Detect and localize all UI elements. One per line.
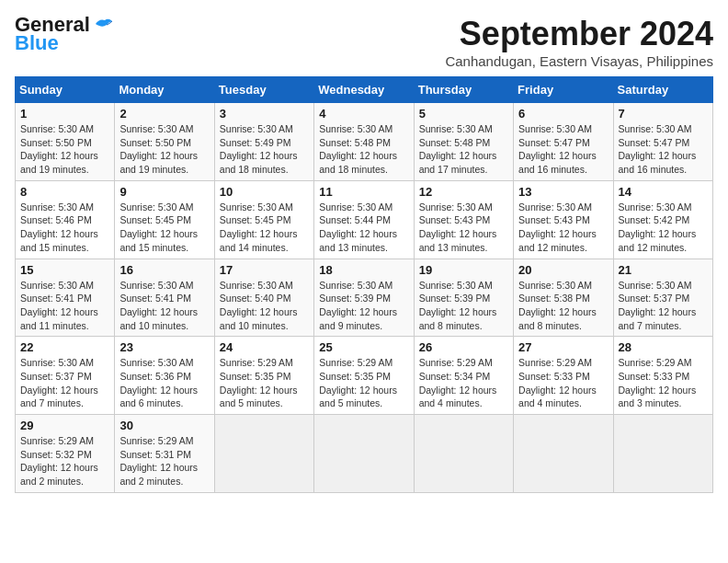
day-info: Sunrise: 5:29 AM Sunset: 5:32 PM Dayligh… (20, 434, 109, 488)
day-info: Sunrise: 5:30 AM Sunset: 5:36 PM Dayligh… (119, 356, 209, 410)
day-info: Sunrise: 5:30 AM Sunset: 5:42 PM Dayligh… (619, 201, 708, 255)
day-info: Sunrise: 5:29 AM Sunset: 5:33 PM Dayligh… (518, 356, 608, 410)
day-number: 21 (619, 263, 708, 277)
day-info: Sunrise: 5:29 AM Sunset: 5:31 PM Dayligh… (119, 434, 209, 488)
weekday-header: Monday (115, 77, 214, 103)
day-info: Sunrise: 5:30 AM Sunset: 5:39 PM Dayligh… (319, 279, 408, 333)
calendar-cell: 2Sunrise: 5:30 AM Sunset: 5:50 PM Daylig… (115, 103, 214, 181)
day-number: 19 (419, 263, 508, 277)
calendar-cell: 3Sunrise: 5:30 AM Sunset: 5:49 PM Daylig… (214, 103, 313, 181)
calendar-cell: 12Sunrise: 5:30 AM Sunset: 5:43 PM Dayli… (414, 180, 513, 259)
day-number: 30 (119, 419, 209, 432)
weekday-header: Thursday (414, 77, 513, 103)
day-info: Sunrise: 5:30 AM Sunset: 5:43 PM Dayligh… (518, 201, 608, 255)
calendar-cell: 14Sunrise: 5:30 AM Sunset: 5:42 PM Dayli… (613, 180, 712, 259)
calendar-week-row: 29Sunrise: 5:29 AM Sunset: 5:32 PM Dayli… (16, 415, 713, 493)
day-info: Sunrise: 5:30 AM Sunset: 5:47 PM Dayligh… (518, 122, 608, 177)
calendar-cell: 21Sunrise: 5:30 AM Sunset: 5:37 PM Dayli… (613, 259, 712, 337)
day-number: 13 (518, 185, 608, 199)
calendar-cell: 15Sunrise: 5:30 AM Sunset: 5:41 PM Dayli… (16, 259, 115, 337)
day-number: 10 (220, 185, 309, 199)
day-number: 24 (220, 340, 309, 354)
calendar-cell: 30Sunrise: 5:29 AM Sunset: 5:31 PM Dayli… (115, 415, 214, 493)
day-info: Sunrise: 5:30 AM Sunset: 5:44 PM Dayligh… (319, 201, 408, 255)
day-number: 23 (119, 340, 209, 354)
day-number: 16 (119, 263, 209, 277)
calendar-week-row: 22Sunrise: 5:30 AM Sunset: 5:37 PM Dayli… (16, 337, 713, 415)
page-subtitle: Canhandugan, Eastern Visayas, Philippine… (445, 53, 713, 69)
calendar-week-row: 1Sunrise: 5:30 AM Sunset: 5:50 PM Daylig… (16, 103, 713, 181)
page-header: General Blue September 2024 Canhandugan,… (15, 15, 713, 69)
calendar-cell: 26Sunrise: 5:29 AM Sunset: 5:34 PM Dayli… (414, 337, 513, 415)
day-number: 27 (518, 340, 608, 354)
calendar-cell: 1Sunrise: 5:30 AM Sunset: 5:50 PM Daylig… (16, 103, 115, 181)
calendar-week-row: 15Sunrise: 5:30 AM Sunset: 5:41 PM Dayli… (16, 259, 713, 337)
title-block: September 2024 Canhandugan, Eastern Visa… (445, 15, 713, 69)
calendar-cell (314, 415, 414, 493)
day-number: 2 (119, 107, 209, 121)
weekday-header: Sunday (16, 77, 115, 103)
day-info: Sunrise: 5:30 AM Sunset: 5:46 PM Dayligh… (20, 201, 109, 255)
calendar-table: SundayMondayTuesdayWednesdayThursdayFrid… (15, 76, 713, 493)
day-info: Sunrise: 5:30 AM Sunset: 5:47 PM Dayligh… (619, 122, 708, 177)
logo-bird-icon (94, 17, 114, 33)
day-number: 1 (20, 107, 109, 121)
calendar-cell (514, 415, 613, 493)
calendar-cell (214, 415, 313, 493)
calendar-cell: 29Sunrise: 5:29 AM Sunset: 5:32 PM Dayli… (16, 415, 115, 493)
calendar-cell: 22Sunrise: 5:30 AM Sunset: 5:37 PM Dayli… (16, 337, 115, 415)
day-number: 5 (419, 107, 508, 121)
calendar-cell: 5Sunrise: 5:30 AM Sunset: 5:48 PM Daylig… (414, 103, 513, 181)
day-info: Sunrise: 5:30 AM Sunset: 5:48 PM Dayligh… (319, 122, 408, 177)
calendar-cell: 24Sunrise: 5:29 AM Sunset: 5:35 PM Dayli… (214, 337, 313, 415)
day-info: Sunrise: 5:29 AM Sunset: 5:35 PM Dayligh… (319, 356, 408, 410)
day-info: Sunrise: 5:30 AM Sunset: 5:48 PM Dayligh… (419, 122, 508, 177)
day-info: Sunrise: 5:30 AM Sunset: 5:45 PM Dayligh… (119, 201, 209, 255)
calendar-cell: 11Sunrise: 5:30 AM Sunset: 5:44 PM Dayli… (314, 180, 414, 259)
calendar-cell: 25Sunrise: 5:29 AM Sunset: 5:35 PM Dayli… (314, 337, 414, 415)
logo-blue-text: Blue (15, 33, 59, 53)
weekday-header-row: SundayMondayTuesdayWednesdayThursdayFrid… (16, 77, 713, 103)
day-info: Sunrise: 5:30 AM Sunset: 5:37 PM Dayligh… (619, 279, 708, 333)
weekday-header: Wednesday (314, 77, 414, 103)
calendar-cell: 4Sunrise: 5:30 AM Sunset: 5:48 PM Daylig… (314, 103, 414, 181)
calendar-cell (414, 415, 513, 493)
calendar-cell: 20Sunrise: 5:30 AM Sunset: 5:38 PM Dayli… (514, 259, 613, 337)
calendar-cell: 9Sunrise: 5:30 AM Sunset: 5:45 PM Daylig… (115, 180, 214, 259)
calendar-cell: 27Sunrise: 5:29 AM Sunset: 5:33 PM Dayli… (514, 337, 613, 415)
weekday-header: Saturday (613, 77, 712, 103)
calendar-cell: 6Sunrise: 5:30 AM Sunset: 5:47 PM Daylig… (514, 103, 613, 181)
day-info: Sunrise: 5:29 AM Sunset: 5:33 PM Dayligh… (619, 356, 708, 410)
day-number: 12 (419, 185, 508, 199)
day-number: 4 (319, 107, 408, 121)
day-info: Sunrise: 5:30 AM Sunset: 5:39 PM Dayligh… (419, 279, 508, 333)
calendar-cell: 28Sunrise: 5:29 AM Sunset: 5:33 PM Dayli… (613, 337, 712, 415)
calendar-week-row: 8Sunrise: 5:30 AM Sunset: 5:46 PM Daylig… (16, 180, 713, 259)
day-number: 26 (419, 340, 508, 354)
calendar-cell: 13Sunrise: 5:30 AM Sunset: 5:43 PM Dayli… (514, 180, 613, 259)
day-info: Sunrise: 5:30 AM Sunset: 5:38 PM Dayligh… (518, 279, 608, 333)
calendar-cell: 19Sunrise: 5:30 AM Sunset: 5:39 PM Dayli… (414, 259, 513, 337)
day-info: Sunrise: 5:30 AM Sunset: 5:50 PM Dayligh… (20, 122, 109, 177)
day-number: 22 (20, 340, 109, 354)
day-number: 17 (220, 263, 309, 277)
day-number: 8 (20, 185, 109, 199)
weekday-header: Friday (514, 77, 613, 103)
day-number: 29 (20, 419, 109, 432)
day-number: 7 (619, 107, 708, 121)
day-info: Sunrise: 5:29 AM Sunset: 5:34 PM Dayligh… (419, 356, 508, 410)
logo: General Blue (15, 15, 114, 53)
day-info: Sunrise: 5:30 AM Sunset: 5:41 PM Dayligh… (20, 279, 109, 333)
day-number: 14 (619, 185, 708, 199)
calendar-cell: 17Sunrise: 5:30 AM Sunset: 5:40 PM Dayli… (214, 259, 313, 337)
calendar-cell: 8Sunrise: 5:30 AM Sunset: 5:46 PM Daylig… (16, 180, 115, 259)
day-number: 6 (518, 107, 608, 121)
day-number: 3 (220, 107, 309, 121)
day-number: 18 (319, 263, 408, 277)
day-info: Sunrise: 5:30 AM Sunset: 5:43 PM Dayligh… (419, 201, 508, 255)
page-title: September 2024 (445, 15, 713, 53)
calendar-cell: 16Sunrise: 5:30 AM Sunset: 5:41 PM Dayli… (115, 259, 214, 337)
calendar-cell: 23Sunrise: 5:30 AM Sunset: 5:36 PM Dayli… (115, 337, 214, 415)
day-number: 15 (20, 263, 109, 277)
day-info: Sunrise: 5:30 AM Sunset: 5:45 PM Dayligh… (220, 201, 309, 255)
